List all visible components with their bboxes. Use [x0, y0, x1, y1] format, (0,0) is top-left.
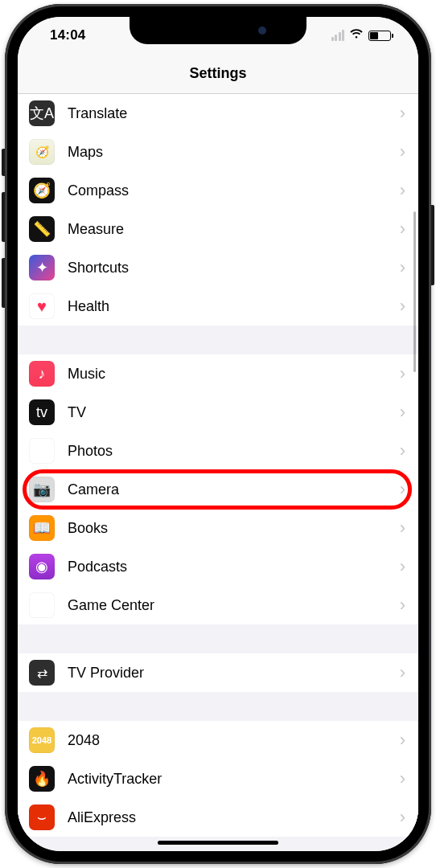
chevron-right-icon: ›: [400, 768, 405, 789]
settings-row-camera[interactable]: 📷Camera›: [18, 470, 418, 509]
tvprovider-icon: ⇄: [29, 660, 55, 686]
settings-row-activitytracker[interactable]: 🔥ActivityTracker›: [18, 760, 418, 798]
side-button-right: [431, 205, 434, 285]
settings-row-podcasts[interactable]: ◉Podcasts›: [18, 547, 418, 586]
settings-group: 文ATranslate›🧭Maps›🧭Compass›📏Measure›✦Sho…: [18, 94, 418, 326]
tv-icon: tv: [29, 399, 55, 425]
row-label: 2048: [68, 732, 400, 749]
row-label: Compass: [68, 182, 400, 199]
maps-icon: 🧭: [29, 139, 55, 165]
settings-row-aliexpress[interactable]: ⌣AliExpress›: [18, 798, 418, 837]
health-icon: ♥: [29, 293, 55, 319]
row-label: ActivityTracker: [68, 771, 400, 788]
settings-group: ♪Music›tvTV›✿Photos›📷Camera›📖Books›◉Podc…: [18, 354, 418, 624]
settings-row-health[interactable]: ♥Health›: [18, 287, 418, 326]
row-label: Measure: [68, 221, 400, 238]
row-label: TV Provider: [68, 665, 400, 682]
books-icon: 📖: [29, 515, 55, 541]
settings-group: ⇄TV Provider›: [18, 653, 418, 692]
chevron-right-icon: ›: [400, 402, 405, 423]
side-buttons-left: [2, 149, 5, 324]
settings-row-2048[interactable]: 20482048›: [18, 721, 418, 760]
row-label: Health: [68, 298, 400, 315]
row-label: TV: [68, 404, 400, 421]
row-label: AliExpress: [68, 809, 400, 826]
cellular-signal-icon: [331, 30, 345, 41]
home-indicator[interactable]: [158, 841, 278, 845]
settings-row-translate[interactable]: 文ATranslate›: [18, 94, 418, 133]
page-title: Settings: [189, 65, 246, 82]
chevron-right-icon: ›: [400, 141, 405, 162]
2048-icon: 2048: [29, 727, 55, 753]
settings-row-compass[interactable]: 🧭Compass›: [18, 171, 418, 210]
battery-icon: [368, 31, 391, 41]
chevron-right-icon: ›: [400, 363, 405, 384]
settings-row-maps[interactable]: 🧭Maps›: [18, 133, 418, 171]
chevron-right-icon: ›: [400, 595, 405, 616]
row-label: Photos: [68, 443, 400, 460]
row-label: Podcasts: [68, 559, 400, 575]
chevron-right-icon: ›: [400, 730, 405, 751]
screen: 14:04 Settings 文ATranslate›🧭Maps›🧭Compas…: [18, 17, 418, 851]
chevron-right-icon: ›: [400, 518, 405, 538]
wifi-icon: [349, 28, 364, 43]
chevron-right-icon: ›: [400, 556, 405, 577]
settings-list[interactable]: 文ATranslate›🧭Maps›🧭Compass›📏Measure›✦Sho…: [18, 94, 418, 851]
chevron-right-icon: ›: [400, 103, 405, 124]
chevron-right-icon: ›: [400, 479, 405, 500]
scroll-indicator[interactable]: [413, 211, 416, 372]
group-separator: [18, 624, 418, 653]
chevron-right-icon: ›: [400, 257, 405, 278]
nav-bar: Settings: [18, 54, 418, 94]
compass-icon: 🧭: [29, 178, 55, 203]
chevron-right-icon: ›: [400, 219, 405, 240]
chevron-right-icon: ›: [400, 440, 405, 461]
settings-row-gamecenter[interactable]: ✦Game Center›: [18, 586, 418, 624]
settings-row-books[interactable]: 📖Books›: [18, 509, 418, 547]
settings-row-measure[interactable]: 📏Measure›: [18, 210, 418, 248]
group-separator: [18, 692, 418, 721]
chevron-right-icon: ›: [400, 807, 405, 828]
settings-row-photos[interactable]: ✿Photos›: [18, 432, 418, 470]
camera-icon: 📷: [29, 477, 55, 502]
row-label: Books: [68, 520, 400, 537]
chevron-right-icon: ›: [400, 662, 405, 683]
translate-icon: 文A: [29, 100, 55, 126]
group-separator: [18, 326, 418, 354]
music-icon: ♪: [29, 361, 55, 387]
row-label: Maps: [68, 144, 400, 161]
row-label: Music: [68, 366, 400, 383]
shortcuts-icon: ✦: [29, 255, 55, 280]
row-label: Camera: [68, 481, 400, 498]
settings-group: 20482048›🔥ActivityTracker›⌣AliExpress›: [18, 721, 418, 837]
settings-row-shortcuts[interactable]: ✦Shortcuts›: [18, 248, 418, 287]
row-label: Game Center: [68, 597, 400, 614]
status-time: 14:04: [50, 27, 85, 43]
chevron-right-icon: ›: [400, 296, 405, 317]
gamecenter-icon: ✦: [29, 592, 55, 618]
settings-row-tv[interactable]: tvTV›: [18, 393, 418, 432]
aliexpress-icon: ⌣: [29, 805, 55, 830]
notch: [130, 17, 306, 44]
status-icons: [331, 28, 392, 43]
row-label: Shortcuts: [68, 260, 400, 276]
measure-icon: 📏: [29, 216, 55, 242]
settings-row-tvprovider[interactable]: ⇄TV Provider›: [18, 653, 418, 692]
settings-row-music[interactable]: ♪Music›: [18, 354, 418, 393]
photos-icon: ✿: [29, 438, 55, 464]
row-label: Translate: [68, 105, 400, 122]
activitytracker-icon: 🔥: [29, 766, 55, 792]
podcasts-icon: ◉: [29, 554, 55, 579]
chevron-right-icon: ›: [400, 180, 405, 201]
phone-frame: 14:04 Settings 文ATranslate›🧭Maps›🧭Compas…: [5, 4, 431, 864]
